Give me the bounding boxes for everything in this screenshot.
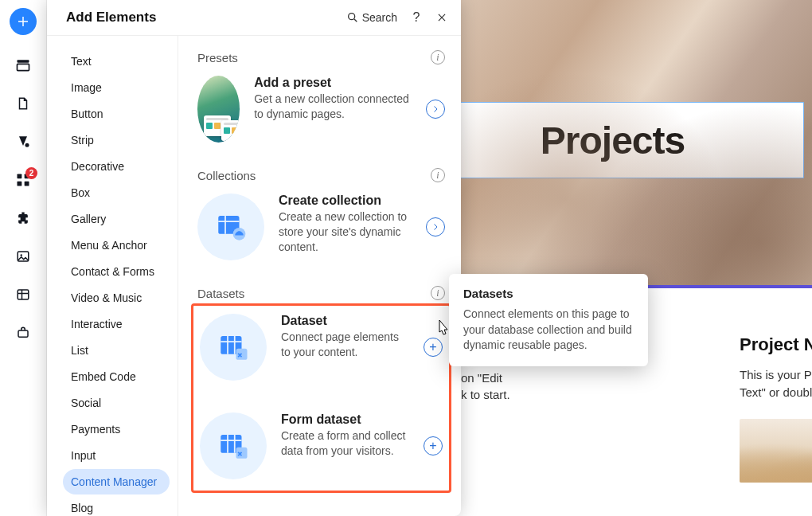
plus-icon — [16, 14, 30, 29]
svg-point-2 — [25, 143, 29, 147]
dataset-icon — [217, 330, 250, 364]
rail-apps-badge: 2 — [25, 167, 37, 179]
collections-info-button[interactable]: i — [431, 168, 445, 182]
tooltip-title: Datasets — [463, 287, 634, 300]
form-dataset-card[interactable]: Form dataset Create a form and collect d… — [200, 412, 443, 479]
hero-title-box[interactable]: Projects — [461, 102, 804, 178]
cat-contact-forms[interactable]: Contact & Forms — [63, 259, 170, 284]
panel-title: Add Elements — [66, 10, 156, 25]
cat-content-manager[interactable]: Content Manager — [63, 469, 170, 494]
dataset-card-desc: Connect page elements to your content. — [281, 330, 409, 360]
cat-decorative[interactable]: Decorative — [63, 154, 170, 179]
tooltip-body: Connect elements on this page to your da… — [463, 307, 634, 354]
preset-card-title: Add a preset — [254, 76, 412, 90]
collection-card-title: Create collection — [279, 194, 412, 208]
svg-rect-10 — [18, 330, 28, 337]
help-button[interactable]: ? — [410, 11, 423, 24]
rail-business-icon[interactable] — [15, 325, 31, 341]
project-b-body: This is your Project des Text" or double… — [740, 366, 812, 401]
group-presets-head: Presets i — [197, 50, 445, 64]
cat-video-music[interactable]: Video & Music — [63, 285, 170, 311]
collection-icon — [214, 210, 248, 244]
add-button[interactable] — [10, 8, 37, 35]
collection-card-desc: Create a new collection to store your si… — [279, 209, 412, 255]
cat-box[interactable]: Box — [63, 180, 170, 205]
collection-thumb — [197, 194, 264, 260]
collection-go-button[interactable] — [426, 217, 445, 236]
svg-rect-1 — [18, 64, 29, 70]
dataset-add-button[interactable]: + — [424, 338, 443, 357]
rail-design-icon[interactable] — [15, 134, 31, 150]
rail-data-icon[interactable] — [15, 287, 31, 303]
preset-go-button[interactable] — [426, 100, 445, 119]
collection-card[interactable]: Create collection Create a new collectio… — [197, 194, 445, 260]
svg-rect-9 — [18, 290, 29, 299]
dataset-card-title: Dataset — [281, 314, 409, 328]
svg-rect-5 — [18, 182, 22, 186]
group-column: Presets i Add a preset Get a new collect… — [178, 36, 461, 516]
chevron-right-icon — [431, 222, 440, 232]
cat-blog[interactable]: Blog — [63, 495, 170, 516]
form-dataset-card-title: Form dataset — [281, 412, 409, 427]
search-button[interactable]: Search — [346, 11, 397, 24]
group-presets-title: Presets — [197, 51, 238, 64]
cat-text[interactable]: Text — [63, 49, 170, 74]
form-dataset-thumb — [200, 412, 267, 479]
search-icon — [346, 11, 359, 24]
svg-point-8 — [21, 254, 22, 256]
preset-card-desc: Get a new collection connected to dynami… — [254, 92, 412, 122]
group-collections-head: Collections i — [197, 168, 445, 182]
presets-info-button[interactable]: i — [431, 50, 445, 64]
datasets-highlight: Dataset Connect page elements to your co… — [191, 303, 451, 493]
left-rail: 2 — [0, 0, 47, 516]
dataset-card[interactable]: Dataset Connect page elements to your co… — [200, 314, 443, 381]
add-elements-panel: Add Elements Search ? Text Image Button … — [47, 0, 461, 516]
group-collections-title: Collections — [197, 169, 256, 182]
dataset-thumb — [200, 314, 267, 381]
cat-strip[interactable]: Strip — [63, 127, 170, 153]
rail-sections-icon[interactable] — [15, 57, 31, 73]
project-b-image — [740, 419, 812, 483]
rail-apps-icon[interactable]: 2 — [15, 172, 31, 188]
group-datasets-title: Datasets — [197, 287, 244, 300]
cat-gallery[interactable]: Gallery — [63, 206, 170, 232]
svg-rect-3 — [18, 174, 22, 179]
cat-interactive[interactable]: Interactive — [63, 311, 170, 337]
hero-title: Projects — [541, 119, 685, 162]
cat-image[interactable]: Image — [63, 75, 170, 100]
form-dataset-add-button[interactable]: + — [424, 436, 443, 455]
group-datasets-head: Datasets i — [197, 286, 445, 300]
chevron-right-icon — [431, 104, 440, 114]
preset-thumb — [197, 76, 240, 143]
rail-plugins-icon[interactable] — [15, 210, 31, 226]
project-b-title: Project Name — [740, 334, 812, 355]
cat-embed-code[interactable]: Embed Code — [63, 364, 170, 389]
datasets-info-button[interactable]: i — [431, 286, 445, 300]
close-icon — [436, 12, 447, 23]
panel-header: Add Elements Search ? — [47, 0, 461, 36]
cursor-pointer-icon — [435, 319, 452, 339]
cat-payments[interactable]: Payments — [63, 416, 170, 442]
form-dataset-icon — [217, 429, 250, 463]
hero-image: Projects — [461, 0, 812, 285]
search-label: Search — [362, 11, 397, 24]
svg-rect-0 — [18, 60, 29, 62]
canvas-page: Projects ide a brief l the context on "E… — [461, 0, 812, 516]
rail-pages-icon[interactable] — [15, 96, 31, 111]
cat-menu-anchor[interactable]: Menu & Anchor — [63, 233, 170, 258]
preset-card[interactable]: Add a preset Get a new collection connec… — [197, 76, 445, 143]
cat-button[interactable]: Button — [63, 101, 170, 127]
category-list: Text Image Button Strip Decorative Box G… — [47, 36, 178, 516]
close-button[interactable] — [435, 11, 448, 24]
cat-social[interactable]: Social — [63, 390, 170, 416]
form-dataset-card-desc: Create a form and collect data from your… — [281, 428, 409, 459]
datasets-tooltip: Datasets Connect elements on this page t… — [449, 274, 648, 366]
svg-rect-6 — [25, 182, 29, 186]
cat-list[interactable]: List — [63, 338, 170, 363]
cat-input[interactable]: Input — [63, 443, 170, 468]
rail-media-icon[interactable] — [15, 248, 31, 264]
project-column-b: Project Name This is your Project des Te… — [740, 334, 812, 483]
svg-point-11 — [348, 14, 354, 20]
